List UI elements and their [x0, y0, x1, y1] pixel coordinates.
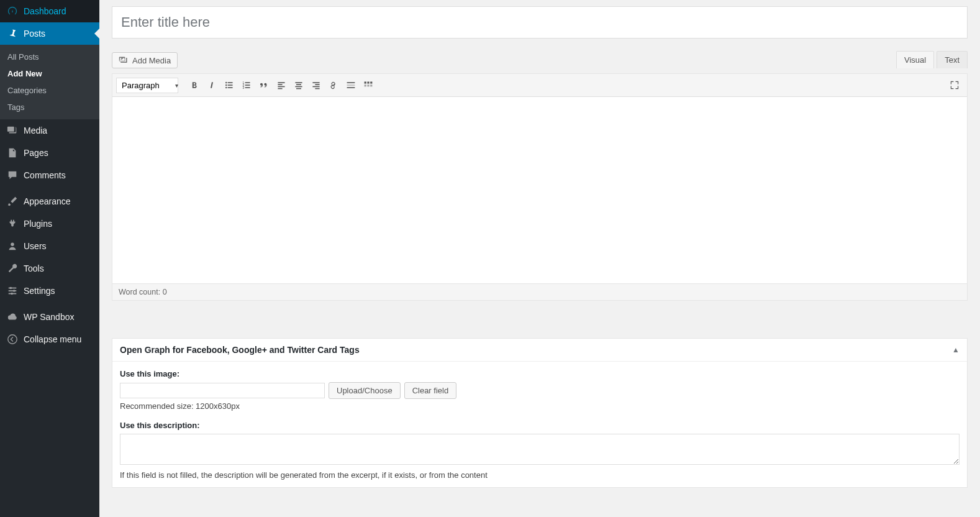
add-media-button[interactable]: Add Media [112, 52, 178, 68]
sidebar-item-appearance[interactable]: Appearance [0, 190, 99, 213]
svg-point-0 [11, 243, 14, 246]
svg-rect-31 [315, 88, 319, 89]
svg-rect-17 [245, 85, 250, 86]
svg-rect-22 [278, 86, 284, 88]
editor-toolbar: Paragraph 123 [112, 74, 967, 97]
align-center-button[interactable] [290, 76, 307, 94]
align-right-button[interactable] [307, 76, 325, 94]
sidebar-item-label: Pages [24, 148, 48, 158]
sidebar-item-posts[interactable]: Posts [0, 22, 99, 45]
post-title-input[interactable] [112, 6, 968, 39]
admin-sidebar: DashboardPostsAll PostsAdd NewCategories… [0, 0, 99, 517]
sidebar-item-label: Posts [24, 29, 45, 39]
svg-rect-29 [315, 84, 319, 85]
pin-icon [6, 27, 19, 40]
main-content: Add Media Visual Text Paragraph 123 [99, 0, 980, 517]
word-count-label: Word count: [119, 288, 163, 296]
svg-rect-23 [278, 88, 282, 89]
tab-text[interactable]: Text [937, 51, 968, 68]
svg-point-7 [8, 335, 17, 344]
toolbar-toggle-button[interactable] [360, 76, 377, 94]
og-desc-help: If this field is not filled, the descrip… [120, 470, 960, 480]
svg-rect-11 [228, 85, 233, 86]
svg-rect-26 [295, 86, 302, 88]
svg-text:3: 3 [243, 86, 245, 89]
sidebar-item-plugins[interactable]: Plugins [0, 213, 99, 235]
sidebar-item-label: Plugins [24, 219, 52, 229]
word-count: 0 [163, 288, 167, 296]
media-icon [6, 124, 19, 137]
readmore-button[interactable] [342, 76, 360, 94]
svg-rect-25 [296, 84, 301, 85]
open-graph-metabox: Open Graph for Facebook, Google+ and Twi… [112, 338, 968, 488]
comment-icon [6, 169, 19, 181]
svg-rect-39 [367, 85, 369, 86]
cloud-icon [6, 311, 19, 323]
svg-rect-36 [367, 81, 369, 83]
clear-field-button[interactable]: Clear field [404, 382, 457, 399]
sidebar-item-label: Collapse menu [24, 334, 81, 344]
sidebar-item-comments[interactable]: Comments [0, 164, 99, 186]
tab-visual[interactable]: Visual [896, 51, 934, 68]
sidebar-item-collapse-menu[interactable]: Collapse menu [0, 328, 99, 350]
bullet-list-button[interactable] [220, 76, 238, 94]
svg-rect-35 [365, 81, 366, 83]
dashboard-icon [6, 5, 19, 17]
sidebar-item-users[interactable]: Users [0, 235, 99, 257]
og-image-help: Recommended size: 1200x630px [120, 401, 960, 411]
add-media-label: Add Media [132, 56, 171, 65]
upload-choose-button[interactable]: Upload/Choose [329, 382, 401, 399]
submenu-item-add-new[interactable]: Add New [0, 65, 99, 82]
svg-rect-15 [245, 82, 250, 83]
sidebar-item-pages[interactable]: Pages [0, 142, 99, 164]
svg-point-12 [225, 87, 227, 88]
og-desc-label: Use this description: [120, 421, 960, 430]
svg-point-6 [11, 293, 13, 295]
sidebar-item-label: WP Sandbox [24, 312, 74, 322]
og-desc-textarea[interactable] [120, 434, 960, 465]
bold-button[interactable] [186, 76, 203, 94]
svg-rect-32 [347, 82, 355, 83]
numbered-list-button[interactable]: 123 [238, 76, 255, 94]
og-image-label: Use this image: [120, 369, 960, 378]
svg-rect-21 [278, 84, 282, 85]
blockquote-button[interactable] [255, 76, 273, 94]
italic-button[interactable] [203, 76, 220, 94]
collapse-icon [6, 333, 19, 345]
submenu-item-tags[interactable]: Tags [0, 99, 99, 116]
sliders-icon [6, 285, 19, 297]
svg-rect-19 [245, 87, 250, 88]
svg-point-5 [13, 290, 16, 292]
sidebar-item-label: Media [24, 126, 47, 135]
svg-point-10 [225, 85, 227, 86]
submenu-item-all-posts[interactable]: All Posts [0, 48, 99, 65]
svg-rect-34 [347, 87, 355, 88]
sidebar-item-dashboard[interactable]: Dashboard [0, 0, 99, 22]
fullscreen-button[interactable] [946, 76, 963, 94]
sidebar-item-label: Comments [24, 170, 66, 180]
format-select[interactable]: Paragraph [116, 78, 178, 93]
sidebar-item-settings[interactable]: Settings [0, 280, 99, 302]
sidebar-item-wp-sandbox[interactable]: WP Sandbox [0, 306, 99, 328]
og-image-input[interactable] [120, 383, 325, 398]
sidebar-item-tools[interactable]: Tools [0, 257, 99, 280]
sidebar-item-label: Users [24, 241, 47, 251]
svg-rect-30 [312, 86, 319, 88]
brush-icon [6, 195, 19, 208]
metabox-toggle[interactable]: ▲ [952, 345, 960, 354]
sidebar-item-media[interactable]: Media [0, 119, 99, 142]
plug-icon [6, 217, 19, 230]
sidebar-item-label: Tools [24, 263, 44, 273]
submenu-item-categories[interactable]: Categories [0, 82, 99, 99]
editor-canvas[interactable] [112, 97, 967, 283]
align-left-button[interactable] [273, 76, 290, 94]
editor-box: Paragraph 123 Word count: 0 [112, 73, 968, 301]
metabox-title: Open Graph for Facebook, Google+ and Twi… [120, 345, 360, 355]
link-button[interactable] [325, 76, 342, 94]
user-icon [6, 240, 19, 252]
sidebar-item-label: Dashboard [24, 6, 66, 16]
svg-rect-38 [365, 85, 366, 86]
svg-rect-37 [370, 81, 372, 83]
page-icon [6, 147, 19, 159]
editor-status: Word count: 0 [112, 283, 967, 300]
